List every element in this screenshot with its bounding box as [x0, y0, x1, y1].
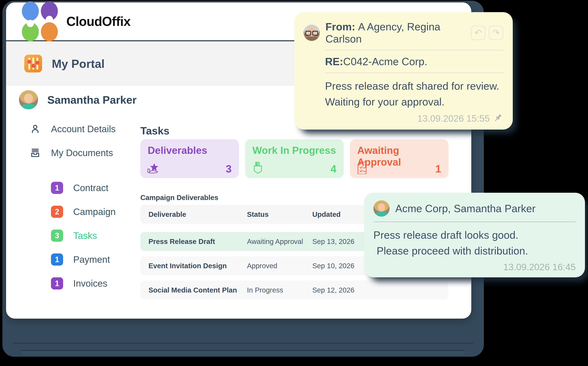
slider-dot [35, 61, 39, 65]
cloudoffix-logo-icon [22, 2, 58, 41]
redo-icon: ↷ [492, 28, 500, 37]
frame-band [21, 351, 465, 355]
timestamp: 13.09.2026 16:45 [503, 261, 576, 273]
note-body-line: Press release draft looks good. [373, 227, 576, 243]
note-actions: ↶ ↷ [471, 25, 503, 40]
note-body: Press release draft shared for review. W… [325, 78, 503, 110]
sidebar-item-contract[interactable]: 1 Contract [51, 182, 108, 194]
sidebar-item-campaign[interactable]: 2 Campaign [51, 206, 116, 218]
slider-bar [28, 58, 30, 70]
task-card-awaiting-approval[interactable]: Awaiting Approval 1 [350, 139, 448, 178]
task-card-title: Deliverables [148, 145, 232, 156]
logo-notch [27, 20, 34, 27]
stage: CloudOffix My Portal Samantha Parker Acc… [0, 0, 588, 366]
frame-seam [13, 343, 473, 344]
sidebar-item-label: My Documents [51, 147, 113, 158]
count-badge: 2 [51, 206, 63, 218]
pocket-pens-icon [252, 161, 264, 174]
count-badge: 3 [51, 229, 63, 242]
sidebar-item-account-details[interactable]: Account Details [30, 123, 116, 134]
task-card-work-in-progress[interactable]: Work In Progress 4 [245, 139, 344, 178]
slider-dot [27, 60, 31, 64]
table-row[interactable]: Social Media Content Plan In Progress Se… [140, 281, 448, 300]
user-row: Samantha Parker [19, 90, 136, 109]
deliverable-status: In Progress [247, 286, 312, 294]
slider-bar [32, 58, 34, 70]
count-badge: 1 [51, 253, 63, 266]
sidebar-item-label: Payment [73, 254, 110, 265]
divider [325, 50, 503, 51]
count-badge: 1 [51, 277, 63, 290]
sliders-icon [24, 55, 42, 72]
deliverable-name: Press Release Draft [140, 237, 247, 245]
sidebar-item-label: Campaign [73, 206, 116, 217]
column-header: Status [247, 210, 312, 218]
logo-notch [46, 16, 53, 23]
logo-dot-orange [41, 22, 58, 41]
timestamp: 13.09.2026 15:55 [417, 113, 490, 124]
avatar-torso [20, 104, 37, 109]
task-card-deliverables[interactable]: Deliverables 3 [140, 139, 239, 178]
note-body-line: Waiting for your approval. [325, 94, 503, 110]
sidebar-item-label: Contract [73, 182, 108, 193]
page-title: My Portal [52, 57, 104, 70]
logo-dot-purple [41, 2, 58, 21]
avatar-torso [374, 212, 388, 217]
section-title-tasks: Tasks [140, 125, 170, 137]
message-note-from: From:A Agency, Regina Carlson ↶ ↷ RE:C04… [294, 12, 513, 130]
avatar-face [378, 203, 385, 211]
avatar [19, 90, 38, 109]
avatar-face [24, 93, 33, 103]
deliverable-name: Social Media Content Plan [140, 286, 247, 294]
sidebar-item-payment[interactable]: 1 Payment [51, 253, 110, 266]
deliverable-updated: Sep 12, 2026 [312, 286, 448, 294]
from-label: From: [326, 21, 355, 33]
section-title-campaign-deliverables: Campaign Deliverables [140, 193, 218, 202]
avatar-torso [305, 37, 319, 41]
logo-dot-blue [22, 2, 39, 21]
note-body: Press release draft looks good. Please p… [373, 227, 576, 259]
task-cards-row: Deliverables 3 Work In Progress [140, 139, 448, 178]
note-footer: 13.09.2026 16:45 [503, 261, 576, 273]
undo-icon: ↶ [475, 28, 482, 37]
note-header: From:A Agency, Regina Carlson ↶ ↷ [304, 21, 503, 45]
user-name: Samantha Parker [47, 93, 136, 106]
sidebar-item-tasks[interactable]: 3 Tasks [51, 229, 97, 242]
note-header: Acme Corp, Samantha Parker [373, 200, 576, 217]
deliverable-status: Awaiting Approval [247, 237, 312, 245]
documents-icon [30, 148, 40, 158]
sidebar-item-my-documents[interactable]: My Documents [30, 147, 113, 158]
task-card-count: 4 [330, 163, 336, 175]
deliverable-status: Approved [247, 262, 312, 270]
count-badge: 1 [51, 182, 63, 194]
sidebar-item-invoices[interactable]: 1 Invoices [51, 277, 107, 290]
task-card-title: Work In Progress [253, 145, 336, 156]
logo-dot-green [22, 22, 39, 41]
divider [373, 221, 576, 222]
sidebar-item-label: Tasks [73, 230, 97, 241]
slider-bar [37, 58, 38, 70]
task-card-count: 1 [435, 163, 441, 175]
note-subject-line: RE:C042-Acme Corp. [325, 55, 503, 68]
checklist-icon [357, 161, 367, 174]
forward-button[interactable]: ↷ [489, 25, 503, 40]
user-icon [30, 124, 40, 134]
pin-icon[interactable] [493, 114, 503, 123]
task-card-title: Awaiting Approval [357, 145, 441, 168]
reply-button[interactable]: ↶ [471, 25, 486, 40]
message-note-reply: Acme Corp, Samantha Parker Press release… [364, 193, 585, 277]
task-card-count: 3 [226, 163, 232, 175]
avatar [373, 200, 390, 217]
note-from-line: From:A Agency, Regina Carlson [326, 21, 465, 45]
sidebar-item-label: Account Details [51, 123, 116, 134]
divider [325, 72, 503, 73]
note-footer: 13.09.2026 15:55 [417, 113, 503, 124]
re-value: C042-Acme Corp. [343, 56, 427, 67]
sidebar-item-label: Invoices [73, 278, 107, 289]
avatar [304, 25, 320, 41]
star-hand-icon [147, 163, 161, 174]
column-header: Deliverable [140, 210, 247, 218]
note-author: Acme Corp, Samantha Parker [395, 202, 536, 214]
deliverable-name: Event Invitation Design [140, 262, 247, 270]
note-body-line: Press release draft shared for review. [325, 78, 503, 94]
